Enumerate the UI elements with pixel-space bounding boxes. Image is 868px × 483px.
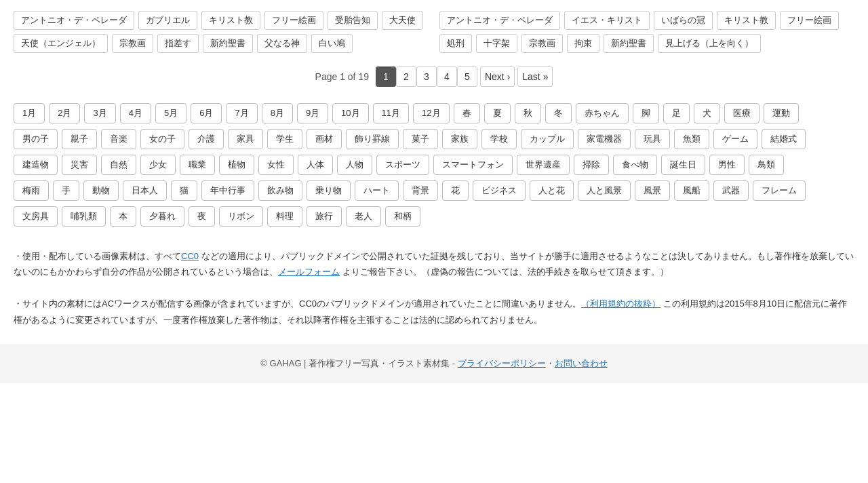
category-tag[interactable]: 人と風景 — [578, 180, 631, 201]
category-tag[interactable]: ハート — [355, 180, 399, 201]
category-tag[interactable]: 料理 — [267, 206, 302, 227]
category-tag[interactable]: 老人 — [346, 206, 381, 227]
category-tag[interactable]: 12月 — [413, 103, 449, 123]
category-tag[interactable]: 猫 — [171, 180, 197, 201]
category-tag[interactable]: カップル — [521, 129, 574, 149]
category-tag[interactable]: 少女 — [140, 155, 176, 175]
next-button[interactable]: Next › — [480, 66, 515, 87]
category-tag[interactable]: 飲み物 — [258, 180, 302, 201]
category-tag[interactable]: 世界遺産 — [517, 155, 570, 175]
category-tag[interactable]: 11月 — [373, 103, 409, 123]
top-tag[interactable]: 新約聖書 — [203, 34, 253, 53]
category-tag[interactable]: 家具 — [228, 129, 263, 149]
top-tag[interactable]: アントニオ・デ・ペレーダ — [439, 11, 560, 30]
category-tag[interactable]: 家族 — [442, 129, 477, 149]
category-tag[interactable]: 掃除 — [574, 155, 609, 175]
category-tag[interactable]: 動物 — [83, 180, 119, 201]
category-tag[interactable]: 1月 — [14, 103, 45, 123]
category-tag[interactable]: 乗り物 — [307, 180, 351, 201]
category-tag[interactable]: 風景 — [635, 180, 670, 201]
page-number-btn[interactable]: 3 — [416, 66, 437, 87]
category-tag[interactable]: 結婚式 — [762, 129, 806, 149]
category-tag[interactable]: 女性 — [258, 155, 294, 175]
category-tag[interactable]: 学校 — [481, 129, 517, 149]
top-tag[interactable]: 十字架 — [476, 34, 517, 53]
page-number-btn[interactable]: 1 — [376, 66, 396, 87]
category-tag[interactable]: 脚 — [633, 103, 659, 123]
category-tag[interactable]: 和柄 — [385, 206, 420, 227]
top-tag[interactable]: 指差す — [157, 34, 199, 53]
top-tag[interactable]: 白い鳩 — [311, 34, 353, 53]
category-tag[interactable]: リボン — [219, 206, 263, 227]
top-tag[interactable]: 天使（エンジェル） — [14, 34, 108, 53]
category-tag[interactable]: 5月 — [155, 103, 186, 123]
page-number-btn[interactable]: 2 — [396, 66, 416, 87]
category-tag[interactable]: 介護 — [189, 129, 224, 149]
category-tag[interactable]: 人物 — [337, 155, 372, 175]
mail-form-link[interactable]: メールフォーム — [278, 267, 340, 277]
page-number-btn[interactable]: 4 — [437, 66, 457, 87]
top-tag[interactable]: 宗教画 — [521, 34, 563, 53]
category-tag[interactable]: 風船 — [674, 180, 709, 201]
category-tag[interactable]: 日本人 — [123, 180, 167, 201]
privacy-link[interactable]: プライバシーポリシー — [458, 358, 546, 368]
category-tag[interactable]: 3月 — [84, 103, 115, 123]
category-tag[interactable]: 建造物 — [14, 155, 58, 175]
category-tag[interactable]: 年中行事 — [201, 180, 254, 201]
category-tag[interactable]: 秋 — [515, 103, 541, 123]
category-tag[interactable]: 人と花 — [530, 180, 574, 201]
category-tag[interactable]: 犬 — [694, 103, 720, 123]
category-tag[interactable]: 6月 — [191, 103, 222, 123]
category-tag[interactable]: 2月 — [49, 103, 80, 123]
category-tag[interactable]: 女の子 — [140, 129, 184, 149]
category-tag[interactable]: 学生 — [267, 129, 302, 149]
top-tag[interactable]: 見上げる（上を向く） — [658, 34, 761, 53]
category-tag[interactable]: 春 — [454, 103, 480, 123]
contact-link[interactable]: お問い合わせ — [555, 358, 608, 368]
top-tag[interactable]: 拘束 — [567, 34, 599, 53]
category-tag[interactable]: 武器 — [713, 180, 749, 201]
top-tag[interactable]: イエス・キリスト — [564, 11, 650, 30]
category-tag[interactable]: 手 — [53, 180, 79, 201]
category-tag[interactable]: ゲーム — [713, 129, 757, 149]
top-tag[interactable]: 大天使 — [382, 11, 423, 30]
category-tag[interactable]: 夕暮れ — [140, 206, 184, 227]
category-tag[interactable]: 親子 — [62, 129, 97, 149]
category-tag[interactable]: 自然 — [101, 155, 136, 175]
terms-link[interactable]: （利用規約の抜粋） — [581, 298, 660, 309]
category-tag[interactable]: 10月 — [332, 103, 368, 123]
top-tag[interactable]: 受胎告知 — [328, 11, 378, 30]
category-tag[interactable]: 玩具 — [635, 129, 670, 149]
category-tag[interactable]: 男の子 — [14, 129, 58, 149]
category-tag[interactable]: 8月 — [262, 103, 293, 123]
category-tag[interactable]: 魚類 — [674, 129, 709, 149]
category-tag[interactable]: 夜 — [189, 206, 215, 227]
category-tag[interactable]: 背景 — [403, 180, 438, 201]
category-tag[interactable]: 花 — [442, 180, 469, 201]
last-button[interactable]: Last » — [517, 66, 553, 87]
category-tag[interactable]: 運動 — [764, 103, 799, 123]
category-tag[interactable]: 家電機器 — [578, 129, 631, 149]
top-tag[interactable]: 処刑 — [439, 34, 472, 53]
top-tag[interactable]: フリー絵画 — [264, 11, 323, 30]
category-tag[interactable]: スマートフォン — [433, 155, 513, 175]
category-tag[interactable]: 9月 — [297, 103, 328, 123]
category-tag[interactable]: 誕生日 — [661, 155, 705, 175]
top-tag[interactable]: ガブリエル — [138, 11, 197, 30]
category-tag[interactable]: 食べ物 — [613, 155, 657, 175]
page-number-btn[interactable]: 5 — [457, 66, 477, 87]
top-tag[interactable]: 新約聖書 — [604, 34, 654, 53]
cc0-link[interactable]: CC0 — [181, 251, 199, 261]
category-tag[interactable]: 災害 — [62, 155, 97, 175]
category-tag[interactable]: 冬 — [545, 103, 572, 123]
category-tag[interactable]: 飾り罫線 — [346, 129, 399, 149]
category-tag[interactable]: 本 — [110, 206, 136, 227]
category-tag[interactable]: 植物 — [219, 155, 254, 175]
category-tag[interactable]: 4月 — [120, 103, 151, 123]
top-tag[interactable]: キリスト教 — [201, 11, 260, 30]
category-tag[interactable]: フレーム — [753, 180, 806, 201]
category-tag[interactable]: スポーツ — [376, 155, 429, 175]
category-tag[interactable]: 夏 — [484, 103, 511, 123]
top-tag[interactable]: キリスト教 — [717, 11, 776, 30]
top-tag[interactable]: いばらの冠 — [654, 11, 713, 30]
